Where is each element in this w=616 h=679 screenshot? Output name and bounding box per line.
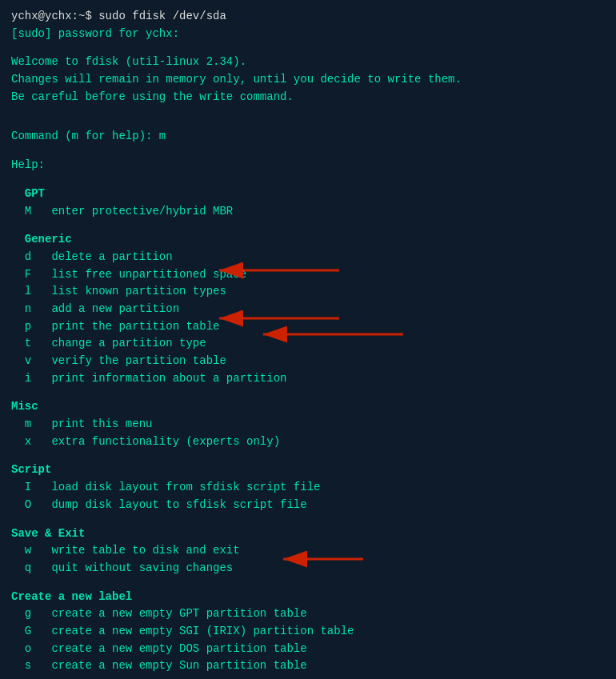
welcome-line3: Be careful before using the write comman… xyxy=(11,89,605,106)
welcome-line1: Welcome to fdisk (util-linux 2.34). xyxy=(11,54,605,71)
generic-l-line: l list known partition types xyxy=(11,283,605,301)
save-q-line: q quit without saving changes xyxy=(11,560,605,577)
misc-m-line: m print this menu xyxy=(11,416,605,433)
gpt-header: GPT xyxy=(11,186,605,203)
create-s-line: s create a new empty Sun partition table xyxy=(11,657,605,675)
spacer-10 xyxy=(11,577,605,589)
terminal-content: ychx@ychx:~$ sudo fdisk /dev/sda [sudo] … xyxy=(11,8,605,675)
spacer-7 xyxy=(11,387,605,398)
spacer-6 xyxy=(11,220,605,231)
create-g-line: g create a new empty GPT partition table xyxy=(11,605,605,623)
command-line: Command (m for help): m xyxy=(11,128,605,146)
welcome-line2: Changes will remain in memory only, unti… xyxy=(11,71,605,89)
script-i-line: I load disk layout from sfdisk script fi… xyxy=(11,479,605,497)
script-o-line: O dump disk layout to sfdisk script file xyxy=(11,497,605,514)
generic-n-line: n add a new partition xyxy=(11,301,605,318)
spacer-3 xyxy=(11,117,605,128)
gpt-m-line: M enter protective/hybrid MBR xyxy=(11,203,605,221)
generic-v-line: v verify the partition table xyxy=(11,353,605,370)
create-o-line: o create a new empty DOS partition table xyxy=(11,641,605,658)
generic-t-line: t change a partition type xyxy=(11,335,605,353)
spacer-5 xyxy=(11,174,605,186)
spacer-8 xyxy=(11,450,605,461)
misc-x-line: x extra functionality (experts only) xyxy=(11,433,605,451)
spacer-4 xyxy=(11,146,605,157)
generic-f-line: F list free unpartitioned space xyxy=(11,266,605,284)
generic-d-line: d delete a partition xyxy=(11,249,605,266)
sudo-prompt: [sudo] password for ychx: xyxy=(11,26,605,43)
save-w-line: w write table to disk and exit xyxy=(11,542,605,560)
help-label: Help: xyxy=(11,157,605,174)
generic-i-line: i print information about a partition xyxy=(11,370,605,388)
create-header: Create a new label xyxy=(11,589,605,606)
generic-p-line: p print the partition table xyxy=(11,318,605,336)
generic-header: Generic xyxy=(11,231,605,249)
script-header: Script xyxy=(11,461,605,479)
spacer-1 xyxy=(11,42,605,54)
spacer-2 xyxy=(11,106,605,117)
create-G-line: G create a new empty SGI (IRIX) partitio… xyxy=(11,623,605,641)
misc-header: Misc xyxy=(11,398,605,416)
spacer-9 xyxy=(11,514,605,525)
prompt-line: ychx@ychx:~$ sudo fdisk /dev/sda xyxy=(11,8,605,26)
save-header: Save & Exit xyxy=(11,525,605,543)
